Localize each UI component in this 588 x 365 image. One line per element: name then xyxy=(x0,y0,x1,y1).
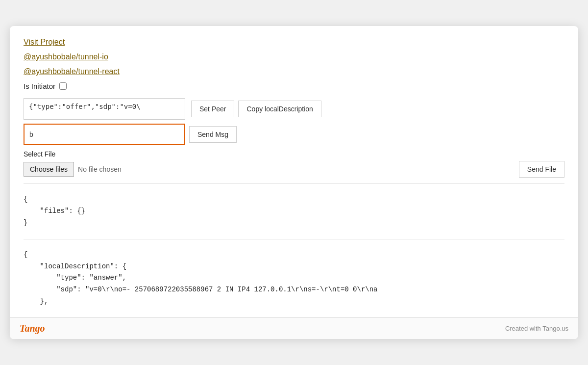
msg-row: Send Msg xyxy=(24,124,564,145)
select-file-label: Select File xyxy=(24,150,564,158)
send-msg-button[interactable]: Send Msg xyxy=(189,126,237,143)
json-block-1: { "files": {} } xyxy=(24,190,564,233)
initiator-label: Is Initiator xyxy=(24,82,55,90)
tunnel-react-link[interactable]: @ayushbobale/tunnel-react xyxy=(24,67,564,76)
sdp-controls-row: Set Peer Copy localDescription xyxy=(24,98,564,120)
initiator-checkbox[interactable] xyxy=(59,82,67,90)
json-block-2: { "localDescription": { "type": "answer"… xyxy=(24,245,564,310)
sdp-textarea[interactable] xyxy=(24,98,185,120)
main-window: Visit Project @ayushbobale/tunnel-io @ay… xyxy=(10,26,578,339)
copy-local-description-button[interactable]: Copy localDescription xyxy=(238,101,321,117)
visit-project-link[interactable]: Visit Project xyxy=(24,38,564,47)
divider-1 xyxy=(24,183,564,184)
no-file-text: No file chosen xyxy=(78,165,122,173)
file-row: Choose files No file chosen Send File xyxy=(24,161,564,178)
set-peer-button[interactable]: Set Peer xyxy=(191,101,234,117)
tango-logo: Tango xyxy=(20,323,45,334)
divider-2 xyxy=(24,239,564,239)
footer: Tango Created with Tango.us xyxy=(10,317,578,339)
choose-files-button[interactable]: Choose files xyxy=(24,162,74,177)
initiator-row: Is Initiator xyxy=(24,82,564,90)
created-with-text: Created with Tango.us xyxy=(505,325,568,332)
send-file-button[interactable]: Send File xyxy=(519,161,564,178)
msg-input[interactable] xyxy=(24,124,185,145)
tunnel-io-link[interactable]: @ayushbobale/tunnel-io xyxy=(24,52,564,61)
content-area: Visit Project @ayushbobale/tunnel-io @ay… xyxy=(10,26,578,317)
